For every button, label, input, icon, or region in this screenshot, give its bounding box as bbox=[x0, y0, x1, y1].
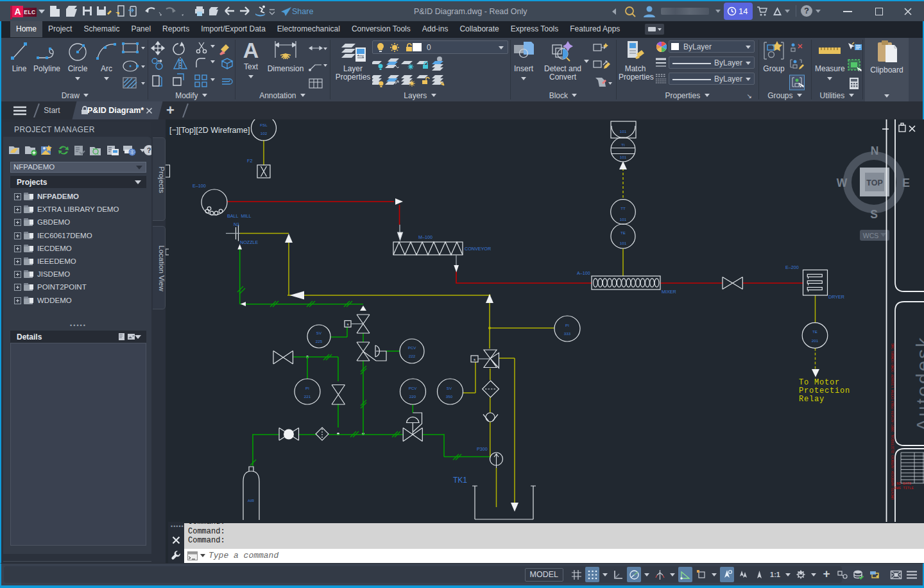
svg-text:TOP: TOP bbox=[866, 178, 882, 187]
svg-text:DWG TITLE: DWG TITLE bbox=[894, 486, 914, 490]
svg-text:AIR: AIR bbox=[248, 499, 255, 503]
svg-text:222: 222 bbox=[409, 354, 416, 358]
svg-text:BALL MILL: BALL MILL bbox=[227, 213, 252, 219]
svg-text:F2: F2 bbox=[247, 158, 252, 164]
svg-text:101: 101 bbox=[620, 217, 627, 221]
svg-text:101: 101 bbox=[620, 155, 627, 159]
svg-text:TT: TT bbox=[620, 206, 626, 211]
svg-text:PI: PI bbox=[565, 323, 569, 327]
svg-text:201: 201 bbox=[812, 338, 819, 343]
svg-text:P300: P300 bbox=[477, 446, 488, 452]
svg-text:TK1: TK1 bbox=[453, 476, 467, 485]
svg-text:Protection: Protection bbox=[799, 386, 850, 395]
svg-text:350: 350 bbox=[446, 394, 453, 399]
svg-text:N1: N1 bbox=[234, 221, 239, 227]
svg-text:SV: SV bbox=[316, 331, 322, 335]
svg-text:NOZZLE: NOZZLE bbox=[240, 239, 259, 245]
svg-text:220: 220 bbox=[409, 394, 416, 399]
svg-text:[−][Top][2D Wireframe]: [−][Top][2D Wireframe] bbox=[169, 126, 250, 135]
svg-text:TI: TI bbox=[621, 143, 625, 147]
svg-text:PI: PI bbox=[305, 386, 309, 390]
svg-text:101: 101 bbox=[620, 129, 627, 134]
svg-text:101: 101 bbox=[620, 241, 627, 245]
svg-text:SV: SV bbox=[447, 386, 452, 390]
svg-text:102: 102 bbox=[261, 131, 268, 135]
svg-text:Autodesk: Autodesk bbox=[912, 336, 924, 431]
svg-text:UMENTS:AUTODESK:AUTOCAD ELECTR: UMENTS:AUTODESK:AUTOCAD ELECTRICAL 2007:… bbox=[891, 343, 895, 499]
svg-text:s: s bbox=[347, 322, 349, 326]
svg-text:W: W bbox=[837, 177, 848, 189]
svg-text:s: s bbox=[474, 358, 475, 361]
svg-text:E–200: E–200 bbox=[785, 264, 799, 270]
svg-text:To Motor: To Motor bbox=[799, 378, 840, 387]
svg-text:?: ? bbox=[147, 146, 151, 154]
svg-text:TE: TE bbox=[620, 230, 626, 235]
svg-text:PCV: PCV bbox=[409, 386, 418, 390]
svg-text:221: 221 bbox=[304, 394, 311, 399]
svg-text:N: N bbox=[871, 144, 879, 157]
svg-text:FSL: FSL bbox=[260, 123, 268, 127]
svg-text:E–100: E–100 bbox=[193, 183, 206, 189]
svg-text:WCS: WCS bbox=[863, 232, 879, 239]
svg-text:DRYER: DRYER bbox=[828, 294, 844, 300]
svg-text:NO DATE: NO DATE bbox=[896, 481, 912, 486]
svg-text:PCV: PCV bbox=[408, 345, 417, 350]
svg-text:A–100: A–100 bbox=[577, 270, 590, 276]
svg-text:M–100: M–100 bbox=[418, 234, 432, 240]
svg-text:TE: TE bbox=[812, 329, 817, 334]
svg-text:S: S bbox=[870, 208, 878, 221]
svg-text:CONVEYOR: CONVEYOR bbox=[465, 246, 491, 252]
svg-text:MIXER: MIXER bbox=[662, 289, 676, 295]
svg-text:E: E bbox=[902, 177, 910, 189]
svg-text:225: 225 bbox=[316, 339, 323, 343]
svg-text:333: 333 bbox=[564, 331, 571, 336]
svg-text:Relay: Relay bbox=[799, 395, 825, 404]
